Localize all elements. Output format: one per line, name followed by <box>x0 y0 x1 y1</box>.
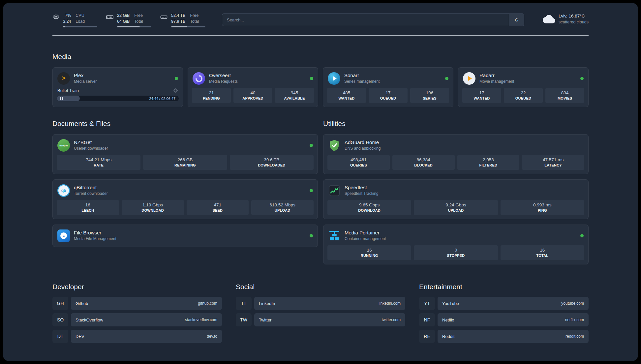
speedtest-link[interactable]: Speedtest Speedtest Tracking <box>327 182 584 200</box>
bookmark-abbr[interactable]: TW <box>236 313 252 326</box>
filebrowser-card: File Browser Media File Management <box>52 225 318 247</box>
bookmark-link[interactable]: Netflixnetflix.com <box>438 313 589 326</box>
bookmark-link[interactable]: LinkedInlinkedin.com <box>254 297 405 310</box>
service-subtitle: DNS and adblocking <box>345 146 381 151</box>
search-provider-button[interactable]: G <box>509 14 524 26</box>
bookmark-link[interactable]: Githubgithub.com <box>71 297 222 310</box>
stat-label: DOWNLOAD <box>329 208 410 212</box>
gear-icon[interactable] <box>173 88 178 93</box>
bookmark-abbr[interactable]: LI <box>236 297 252 310</box>
service-subtitle: Media File Management <box>74 236 116 242</box>
pause-icon[interactable] <box>60 97 63 100</box>
bookmark-link[interactable]: DEVdev.to <box>71 330 222 343</box>
bookmark-row: SOStackOverflowstackoverflow.com <box>52 313 222 326</box>
status-dot <box>445 77 448 80</box>
stat-label: LATENCY <box>523 163 583 167</box>
playback-progress-bar[interactable]: 24:44 / 02:06:47 <box>57 96 179 101</box>
stat-value: 1.19 Gbps <box>123 202 183 207</box>
stat-label: UPLOAD <box>253 208 312 212</box>
bookmark-abbr[interactable]: YT <box>419 297 435 310</box>
stat-label: DOWNLOAD <box>123 208 183 212</box>
stat-value: 40 <box>235 90 271 95</box>
cpu-progress-fill <box>63 26 65 27</box>
bookmark-abbr[interactable]: SO <box>52 313 68 326</box>
stat-label: LEECH <box>58 208 118 212</box>
bookmark-url: linkedin.com <box>379 301 401 306</box>
nzbget-icon: nzbget <box>57 139 70 152</box>
filebrowser-link[interactable]: File Browser Media File Management <box>57 228 314 244</box>
stat-value: 47.571 ms <box>523 157 583 162</box>
stat-tile: 17WANTED <box>462 88 501 103</box>
qbittorrent-stats: 16LEECH1.19 GbpsDOWNLOAD471SEED618.52 Mb… <box>57 200 314 215</box>
bookmark-abbr[interactable]: DT <box>52 330 68 343</box>
bookmark-url: youtube.com <box>561 301 584 306</box>
bookmark-link[interactable]: Redditreddit.com <box>438 330 589 343</box>
stat-tile: 17QUEUED <box>369 88 408 103</box>
status-dot <box>310 189 313 192</box>
bookmark-link[interactable]: Twittertwitter.com <box>254 313 405 326</box>
qbittorrent-link[interactable]: qb qBittorrent Torrent downloader <box>57 182 314 200</box>
stat-tile: 196SERIES <box>410 88 449 103</box>
stat-value: 16 <box>58 202 118 207</box>
bookmark-abbr[interactable]: GH <box>52 297 68 310</box>
utilities-section-title: Utilities <box>323 120 589 128</box>
bookmark-name: Github <box>76 301 88 306</box>
stat-tile: 485WANTED <box>327 88 366 103</box>
stat-value: 39.6 TB <box>231 157 312 162</box>
portainer-link[interactable]: Media Portainer Container management <box>327 228 584 245</box>
weather-location: Lviv, 16.87°C <box>559 13 589 19</box>
sonarr-link[interactable]: Sonarr Series management <box>327 70 449 88</box>
stat-tile: 2,953FILTERED <box>457 155 520 170</box>
memory-labels: FreeTotal <box>134 13 143 24</box>
bookmark-link[interactable]: StackOverflowstackoverflow.com <box>71 313 222 326</box>
entertainment-section-title: Entertainment <box>419 283 589 291</box>
bookmark-link[interactable]: YouTubeyoutube.com <box>438 297 589 310</box>
stat-tile: 47.571 msLATENCY <box>522 155 584 170</box>
portainer-crane-icon <box>328 229 341 242</box>
service-name: AdGuard Home <box>345 139 381 146</box>
media-section-title: Media <box>52 53 589 61</box>
cpu-labels: CPULoad <box>76 13 85 24</box>
sonarr-stats: 485WANTED17QUEUED196SERIES <box>327 88 449 103</box>
stat-label: QUEUED <box>370 96 406 100</box>
stat-label: FILTERED <box>459 163 518 167</box>
qbittorrent-icon: qb <box>57 184 70 197</box>
service-subtitle: Speedtest Tracking <box>345 191 379 197</box>
stat-tile: 498,461QUERIES <box>327 155 390 170</box>
stat-value: 16 <box>329 248 410 253</box>
adguard-link[interactable]: AdGuard Home DNS and adblocking <box>327 137 584 155</box>
overseerr-link[interactable]: Overseerr Media Requests <box>192 70 314 88</box>
service-name: NZBGet <box>74 139 108 146</box>
adguard-shield-icon <box>328 139 341 152</box>
bookmark-row: RERedditreddit.com <box>419 330 589 343</box>
speedtest-stats: 9.65 GbpsDOWNLOAD9.24 GbpsUPLOAD0.993 ms… <box>327 200 584 215</box>
stat-tile: 86,384BLOCKED <box>392 155 455 170</box>
memory-widget: 22 GiB64 GiB FreeTotal <box>106 13 151 27</box>
stat-value: 744.21 Mbps <box>58 157 139 162</box>
bookmark-url: github.com <box>198 301 217 306</box>
bookmark-abbr[interactable]: NF <box>419 313 435 326</box>
service-name: Speedtest <box>345 185 379 191</box>
stat-value: 485 <box>328 90 365 95</box>
search-input[interactable] <box>222 14 509 26</box>
stat-tile: 9.65 GbpsDOWNLOAD <box>327 200 411 215</box>
dashboard: 7%3.24 CPULoad 22 GiB64 Gi <box>3 3 638 361</box>
stat-label: UPLOAD <box>415 208 496 212</box>
bookmark-abbr[interactable]: RE <box>419 330 435 343</box>
disk-progress-bar <box>171 26 205 27</box>
media-grid: Plex Media server Bullet Train <box>52 67 589 107</box>
service-subtitle: Media server <box>74 79 97 84</box>
nzbget-link[interactable]: nzbget NZBGet Usenet downloader <box>57 137 314 155</box>
memory-progress-bar <box>117 26 151 27</box>
search-bar: G <box>222 14 524 26</box>
playback-time: 24:44 / 02:06:47 <box>149 97 175 101</box>
stat-tile: 22QUEUED <box>504 88 543 103</box>
plex-link[interactable]: Plex Media server <box>57 70 179 88</box>
bookmark-name: StackOverflow <box>76 318 103 322</box>
status-dot <box>175 77 178 80</box>
bookmark-name: LinkedIn <box>259 301 275 306</box>
radarr-link[interactable]: Radarr Movie management <box>462 70 584 88</box>
stat-tile: 0STOPPED <box>414 245 498 260</box>
qbittorrent-card: qb qBittorrent Torrent downloader 16LEEC… <box>52 179 318 219</box>
status-dot <box>310 234 313 237</box>
